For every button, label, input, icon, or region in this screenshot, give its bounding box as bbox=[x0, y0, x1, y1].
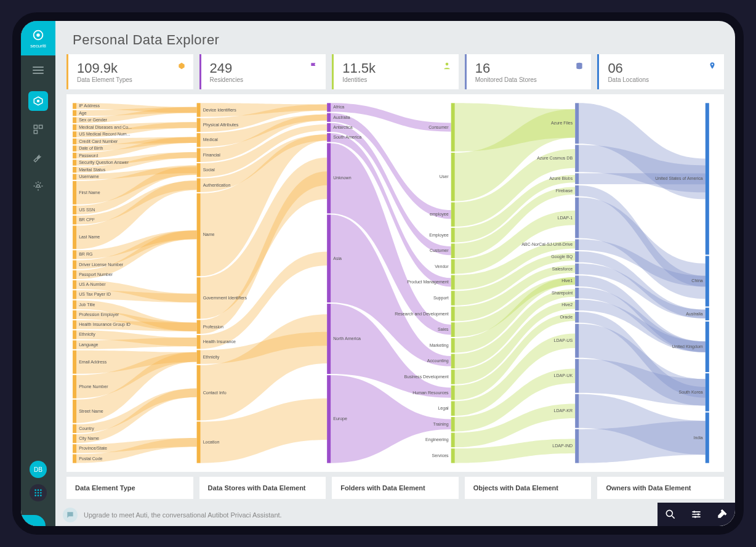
svg-text:US A-Number: US A-Number bbox=[79, 282, 106, 286]
stat-value: 11.5k bbox=[342, 60, 450, 76]
svg-rect-173 bbox=[575, 239, 579, 250]
nav-item-settings[interactable] bbox=[28, 176, 48, 196]
svg-rect-143 bbox=[451, 307, 455, 322]
svg-rect-97 bbox=[197, 193, 201, 276]
svg-rect-41 bbox=[73, 174, 76, 179]
person-icon bbox=[443, 62, 451, 70]
svg-rect-89 bbox=[197, 133, 201, 147]
svg-rect-161 bbox=[451, 448, 455, 463]
stat-card-datastores[interactable]: 16 Monitored Data Stores bbox=[465, 54, 592, 89]
svg-text:Financial: Financial bbox=[203, 153, 221, 157]
svg-text:Street Name: Street Name bbox=[79, 409, 103, 413]
nav-item-tools[interactable] bbox=[28, 148, 48, 168]
svg-text:Azure Blobs: Azure Blobs bbox=[549, 176, 573, 180]
svg-rect-121 bbox=[327, 214, 331, 302]
user-avatar[interactable]: DB bbox=[30, 461, 47, 478]
svg-text:Customer: Customer bbox=[430, 248, 449, 253]
svg-rect-155 bbox=[451, 401, 455, 416]
svg-rect-5 bbox=[39, 125, 42, 128]
svg-rect-107 bbox=[197, 365, 201, 421]
svg-rect-23 bbox=[73, 110, 76, 116]
stat-card-residencies[interactable]: 249 Residencies bbox=[199, 54, 326, 89]
svg-rect-25 bbox=[73, 117, 76, 123]
stat-card-data-elements[interactable]: 109.9k Data Element Types bbox=[66, 54, 193, 89]
svg-text:Passport Number: Passport Number bbox=[79, 272, 113, 277]
chat-icon[interactable] bbox=[63, 508, 78, 522]
logo[interactable]: securiti bbox=[21, 21, 55, 55]
svg-rect-145 bbox=[451, 322, 455, 337]
apps-icon[interactable] bbox=[30, 484, 47, 501]
svg-rect-27 bbox=[73, 124, 76, 130]
stat-value: 249 bbox=[210, 60, 318, 76]
svg-text:Europe: Europe bbox=[333, 416, 347, 421]
svg-rect-197 bbox=[706, 256, 709, 306]
svg-rect-53 bbox=[73, 261, 76, 269]
svg-rect-195 bbox=[706, 103, 709, 254]
svg-rect-127 bbox=[451, 103, 455, 152]
svg-rect-183 bbox=[575, 300, 579, 311]
svg-rect-51 bbox=[73, 250, 76, 259]
footer-label: Objects with Data Element bbox=[465, 477, 592, 499]
svg-text:Profession: Profession bbox=[203, 325, 223, 329]
nav-item-home[interactable] bbox=[28, 91, 48, 111]
svg-text:Date of Birth: Date of Birth bbox=[79, 146, 103, 150]
svg-text:Marital Status: Marital Status bbox=[79, 168, 106, 172]
svg-point-15 bbox=[38, 495, 39, 496]
sankey-chart[interactable]: IP AddressAgeSex or GenderMedical Diseas… bbox=[66, 94, 724, 472]
svg-rect-151 bbox=[451, 370, 455, 384]
filter-button[interactable] bbox=[683, 503, 709, 526]
stat-label: Identities bbox=[342, 76, 450, 83]
search-button[interactable] bbox=[657, 503, 683, 526]
svg-text:Australia: Australia bbox=[333, 115, 350, 120]
svg-text:Training: Training bbox=[433, 422, 448, 427]
svg-text:US SSN: US SSN bbox=[79, 208, 95, 212]
stat-card-locations[interactable]: 06 Data Locations bbox=[597, 54, 724, 89]
svg-text:LDAP-KR: LDAP-KR bbox=[554, 408, 573, 413]
svg-rect-117 bbox=[327, 133, 331, 142]
footer-row: Data Element Type Data Stores with Data … bbox=[55, 477, 735, 504]
menu-toggle-icon[interactable] bbox=[33, 67, 44, 74]
svg-rect-77 bbox=[73, 424, 76, 433]
stat-label: Monitored Data Stores bbox=[475, 76, 583, 83]
svg-text:India: India bbox=[693, 436, 702, 440]
svg-text:US Tax Payer ID: US Tax Payer ID bbox=[79, 292, 111, 297]
svg-text:Azure Files: Azure Files bbox=[551, 121, 573, 125]
svg-text:LDAP-1: LDAP-1 bbox=[557, 216, 573, 220]
svg-text:Antarctica: Antarctica bbox=[333, 125, 352, 129]
svg-text:Password: Password bbox=[79, 153, 98, 158]
svg-rect-57 bbox=[73, 280, 76, 289]
svg-rect-177 bbox=[575, 264, 579, 275]
svg-text:Sales: Sales bbox=[438, 327, 449, 331]
build-button[interactable] bbox=[709, 503, 735, 526]
svg-rect-169 bbox=[575, 185, 579, 197]
svg-text:Authentication: Authentication bbox=[203, 183, 231, 187]
svg-rect-119 bbox=[327, 143, 331, 213]
svg-text:Product Management: Product Management bbox=[407, 280, 448, 285]
svg-text:Research and Development: Research and Development bbox=[395, 312, 448, 317]
svg-point-16 bbox=[40, 495, 42, 496]
svg-rect-73 bbox=[73, 375, 76, 399]
svg-point-212 bbox=[693, 511, 695, 513]
svg-text:Firebase: Firebase bbox=[556, 188, 573, 193]
svg-text:Support: Support bbox=[433, 296, 449, 301]
svg-rect-171 bbox=[575, 198, 579, 238]
svg-point-11 bbox=[34, 492, 36, 494]
svg-text:Human Resources: Human Resources bbox=[412, 391, 449, 395]
svg-text:Sex or Gender: Sex or Gender bbox=[79, 118, 107, 122]
svg-text:Salesforce: Salesforce bbox=[552, 267, 573, 271]
svg-rect-129 bbox=[451, 153, 455, 201]
svg-point-7 bbox=[37, 185, 40, 188]
svg-rect-157 bbox=[451, 417, 455, 432]
svg-rect-205 bbox=[706, 413, 709, 463]
svg-rect-71 bbox=[73, 350, 76, 374]
stat-label: Data Locations bbox=[608, 76, 715, 83]
svg-rect-123 bbox=[327, 304, 331, 374]
stat-card-identities[interactable]: 11.5k Identities bbox=[332, 54, 459, 89]
svg-text:Province/State: Province/State bbox=[79, 446, 107, 450]
nav-item-templates[interactable] bbox=[28, 120, 48, 139]
svg-text:Africa: Africa bbox=[333, 105, 344, 109]
svg-line-208 bbox=[672, 516, 675, 519]
svg-rect-131 bbox=[451, 203, 455, 227]
svg-text:IP Address: IP Address bbox=[79, 103, 100, 108]
svg-rect-199 bbox=[706, 308, 709, 321]
